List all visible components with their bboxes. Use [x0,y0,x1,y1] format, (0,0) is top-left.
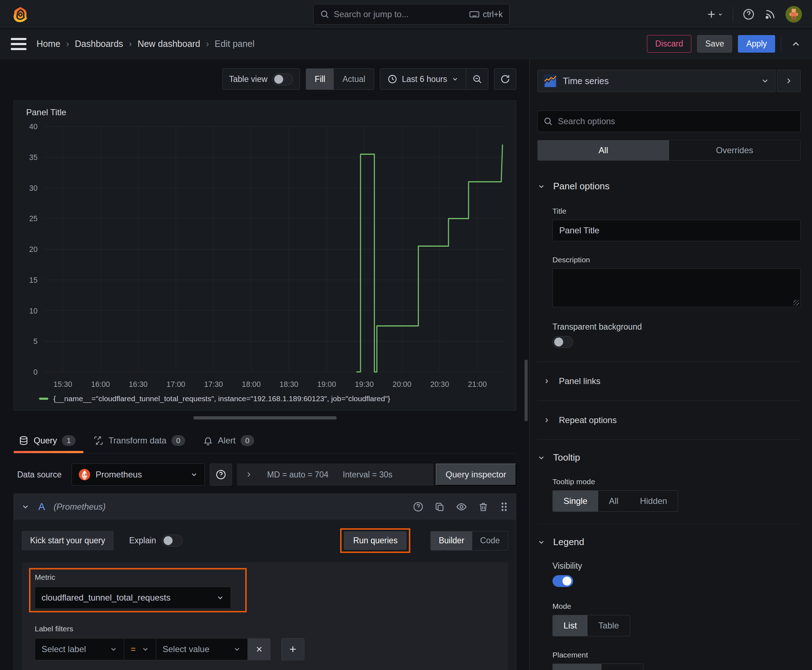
remove-filter-button[interactable] [248,638,271,660]
duplicate-query-icon[interactable] [434,501,445,512]
legend-list-option[interactable]: List [553,615,588,636]
select-value-dropdown[interactable]: Select value [156,638,248,660]
panel-title-field[interactable] [553,220,800,241]
tooltip-section-header[interactable]: Tooltip [537,452,800,463]
breadcrumb-home[interactable]: Home [37,39,61,49]
explain-toggle[interactable] [162,535,183,546]
panel-options-section-header[interactable]: Panel options [537,181,800,192]
tab-alert[interactable]: Alert 0 [198,429,262,453]
drag-handle-icon[interactable] [500,501,509,512]
transparent-background-toggle[interactable] [553,336,573,348]
tab-transform-data[interactable]: Transform data 0 [88,429,193,453]
run-queries-button[interactable]: Run queries [344,531,406,550]
chevron-down-icon [216,594,224,602]
select-label-dropdown[interactable]: Select label [35,638,124,660]
delete-query-trash-icon[interactable] [478,501,489,512]
fill-option[interactable]: Fill [306,69,334,90]
query-header[interactable]: A (Prometheus) [14,494,516,520]
code-option[interactable]: Code [472,531,508,550]
vertical-scrollbar[interactable] [524,360,528,421]
open-viz-list-button[interactable] [777,70,800,92]
tooltip-single-option[interactable]: Single [553,491,598,511]
grafana-logo-icon[interactable] [12,6,29,22]
label-filters-label: Label filters [35,624,501,633]
query-help-icon[interactable] [413,501,424,512]
actual-option[interactable]: Actual [334,69,374,90]
legend-visibility-toggle[interactable] [553,575,573,587]
svg-text:35: 35 [29,152,37,162]
kick-start-query-button[interactable]: Kick start your query [22,531,114,550]
actions-divider [781,36,781,52]
query-ref-id[interactable]: A [38,501,45,513]
chevron-up-icon[interactable] [790,39,801,49]
chevron-right-icon: › [66,39,69,49]
chevron-right-icon: › [206,39,209,49]
legend-section-header[interactable]: Legend [537,536,800,548]
query-inspector-button[interactable]: Query inspector [436,464,516,486]
tooltip-all-option[interactable]: All [598,491,629,511]
help-icon[interactable] [742,8,755,20]
table-view-toggle[interactable] [273,73,293,85]
chevron-down-icon[interactable] [21,503,30,511]
datasource-picker[interactable]: Prometheus [71,464,205,486]
breadcrumb: Home › Dashboards › New dashboard › Edit… [37,39,254,49]
repeat-options-section-header[interactable]: Repeat options [537,413,800,427]
query-count-badge: 1 [62,435,76,446]
time-series-chart[interactable]: 051015202530354015:3016:0016:3017:0017:3… [21,120,509,393]
query-options-bar[interactable]: MD = auto = 704 Interval = 30s [237,464,434,486]
tab-query[interactable]: Query 1 [14,429,83,453]
svg-text:20:00: 20:00 [393,379,411,389]
save-button[interactable]: Save [697,35,732,52]
legend-visibility-label: Visibility [553,561,800,571]
breadcrumb-dashboards[interactable]: Dashboards [75,39,123,49]
hide-query-eye-icon[interactable] [456,501,467,513]
tab-all[interactable]: All [538,140,669,160]
metric-block: Metric cloudflared_tunnel_total_requests [29,568,247,612]
plus-icon [288,644,298,654]
zoom-out-button[interactable] [466,69,488,90]
visualization-picker[interactable]: Time series [537,70,775,92]
panel-title[interactable]: Panel Title [21,101,509,120]
tooltip-hidden-option[interactable]: Hidden [629,491,678,511]
operator-dropdown[interactable]: = [124,638,156,660]
panel-title-input[interactable] [559,225,794,235]
add-filter-button[interactable] [281,638,304,660]
horizontal-scrollbar[interactable] [193,416,337,420]
panel-options-pane: Time series All Overrides [529,59,812,670]
news-rss-icon[interactable] [764,8,776,20]
legend-series-swatch[interactable] [39,398,48,400]
options-search[interactable] [537,111,800,132]
prometheus-icon [78,469,91,481]
placement-right-option[interactable]: Right [602,664,643,670]
query-editor-card: A (Prometheus) [14,494,516,670]
svg-text:17:00: 17:00 [166,379,185,389]
builder-option[interactable]: Builder [431,531,472,550]
chevron-down-icon [537,454,545,462]
options-search-input[interactable] [558,116,795,126]
query-datasource-hint: (Prometheus) [54,502,106,512]
tab-overrides[interactable]: Overrides [669,140,800,160]
placement-bottom-option[interactable]: Bottom [553,664,602,670]
global-search[interactable]: ctrl+k [313,4,509,25]
time-range-button[interactable]: Last 6 hours [380,69,466,90]
panel-links-section-header[interactable]: Panel links [537,374,800,388]
user-avatar[interactable] [785,6,802,22]
discard-button[interactable]: Discard [647,35,692,52]
add-dropdown-button[interactable] [706,8,724,20]
chevron-down-icon [190,470,198,479]
svg-text:15: 15 [29,275,37,284]
svg-text:20: 20 [29,244,37,254]
label-filter-row: Select label = Select valu [35,638,501,660]
svg-text:19:00: 19:00 [317,379,336,389]
global-search-input[interactable] [334,9,465,19]
legend-series-label[interactable]: {__name__="cloudflared_tunnel_total_requ… [53,394,390,403]
menu-toggle-icon[interactable] [11,36,27,52]
description-textarea[interactable] [553,269,800,307]
apply-button[interactable]: Apply [738,35,775,52]
resize-handle[interactable] [793,300,799,306]
metric-select[interactable]: cloudflared_tunnel_total_requests [35,587,231,609]
legend-table-option[interactable]: Table [588,615,629,636]
datasource-help-button[interactable] [210,464,232,486]
breadcrumb-new-dashboard[interactable]: New dashboard [137,39,200,49]
refresh-button[interactable] [494,68,516,90]
